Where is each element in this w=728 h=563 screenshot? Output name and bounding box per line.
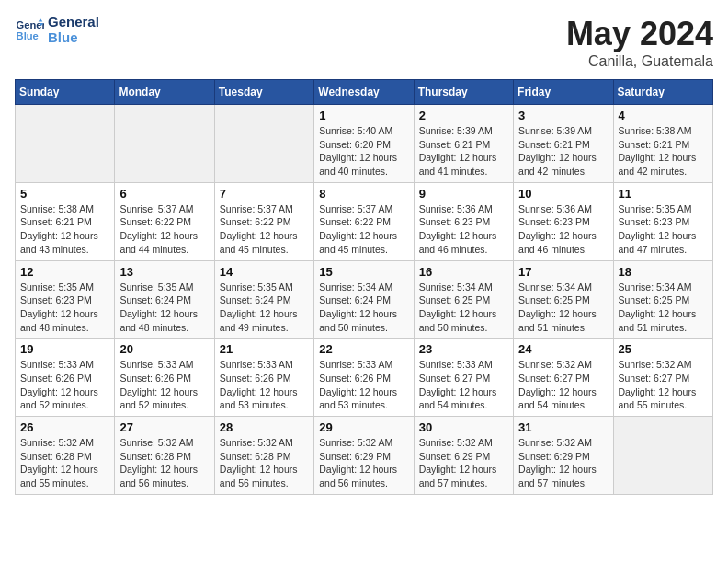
- calendar-cell: 21Sunrise: 5:33 AM Sunset: 6:26 PM Dayli…: [214, 339, 313, 417]
- day-detail: Sunrise: 5:35 AM Sunset: 6:23 PM Dayligh…: [619, 202, 708, 257]
- calendar-cell: 12Sunrise: 5:35 AM Sunset: 6:23 PM Dayli…: [16, 260, 115, 339]
- day-number: 8: [319, 187, 408, 201]
- calendar-header: SundayMondayTuesdayWednesdayThursdayFrid…: [16, 80, 713, 105]
- calendar-week-3: 12Sunrise: 5:35 AM Sunset: 6:23 PM Dayli…: [16, 260, 713, 339]
- day-detail: Sunrise: 5:38 AM Sunset: 6:21 PM Dayligh…: [619, 124, 708, 178]
- day-number: 9: [419, 187, 508, 201]
- day-detail: Sunrise: 5:35 AM Sunset: 6:24 PM Dayligh…: [119, 281, 209, 335]
- day-number: 6: [119, 187, 209, 201]
- header: General Blue General Blue May 2024 Canil…: [15, 15, 713, 70]
- calendar-cell: 16Sunrise: 5:34 AM Sunset: 6:25 PM Dayli…: [414, 260, 513, 339]
- day-detail: Sunrise: 5:36 AM Sunset: 6:23 PM Dayligh…: [518, 202, 608, 257]
- weekday-header-friday: Friday: [514, 80, 613, 105]
- weekday-header-thursday: Thursday: [414, 80, 513, 105]
- calendar-cell: 1Sunrise: 5:40 AM Sunset: 6:20 PM Daylig…: [314, 105, 414, 183]
- day-number: 16: [419, 265, 508, 279]
- day-detail: Sunrise: 5:32 AM Sunset: 6:29 PM Dayligh…: [419, 436, 508, 490]
- day-detail: Sunrise: 5:32 AM Sunset: 6:28 PM Dayligh…: [119, 436, 209, 490]
- calendar-cell: 4Sunrise: 5:38 AM Sunset: 6:21 PM Daylig…: [613, 105, 712, 183]
- day-detail: Sunrise: 5:33 AM Sunset: 6:26 PM Dayligh…: [20, 358, 109, 412]
- calendar-cell: 6Sunrise: 5:37 AM Sunset: 6:22 PM Daylig…: [115, 182, 214, 260]
- calendar-cell: 15Sunrise: 5:34 AM Sunset: 6:24 PM Dayli…: [314, 260, 414, 339]
- calendar-cell: 23Sunrise: 5:33 AM Sunset: 6:27 PM Dayli…: [414, 339, 513, 417]
- calendar-cell: 28Sunrise: 5:32 AM Sunset: 6:28 PM Dayli…: [214, 417, 313, 495]
- day-detail: Sunrise: 5:32 AM Sunset: 6:28 PM Dayligh…: [20, 436, 109, 490]
- calendar-week-2: 5Sunrise: 5:38 AM Sunset: 6:21 PM Daylig…: [16, 182, 713, 260]
- day-detail: Sunrise: 5:33 AM Sunset: 6:27 PM Dayligh…: [419, 358, 508, 412]
- calendar-cell: [613, 417, 712, 495]
- calendar-cell: 9Sunrise: 5:36 AM Sunset: 6:23 PM Daylig…: [414, 182, 513, 260]
- day-detail: Sunrise: 5:39 AM Sunset: 6:21 PM Dayligh…: [518, 124, 608, 178]
- day-number: 13: [119, 265, 209, 279]
- day-detail: Sunrise: 5:36 AM Sunset: 6:23 PM Dayligh…: [419, 202, 508, 257]
- day-detail: Sunrise: 5:39 AM Sunset: 6:21 PM Dayligh…: [419, 124, 508, 178]
- day-number: 23: [419, 342, 508, 356]
- day-number: 30: [419, 420, 508, 434]
- calendar-cell: 10Sunrise: 5:36 AM Sunset: 6:23 PM Dayli…: [514, 182, 613, 260]
- day-number: 21: [220, 342, 309, 356]
- day-detail: Sunrise: 5:34 AM Sunset: 6:25 PM Dayligh…: [619, 281, 708, 335]
- calendar-cell: 18Sunrise: 5:34 AM Sunset: 6:25 PM Dayli…: [613, 260, 712, 339]
- day-number: 24: [518, 342, 608, 356]
- day-detail: Sunrise: 5:32 AM Sunset: 6:29 PM Dayligh…: [518, 436, 608, 490]
- calendar-week-1: 1Sunrise: 5:40 AM Sunset: 6:20 PM Daylig…: [16, 105, 713, 183]
- weekday-header-tuesday: Tuesday: [214, 80, 313, 105]
- calendar-cell: [115, 105, 214, 183]
- day-detail: Sunrise: 5:34 AM Sunset: 6:24 PM Dayligh…: [319, 281, 408, 335]
- calendar-title: May 2024: [566, 15, 713, 53]
- day-number: 2: [419, 109, 508, 122]
- day-detail: Sunrise: 5:40 AM Sunset: 6:20 PM Dayligh…: [319, 124, 408, 178]
- day-number: 12: [20, 265, 109, 279]
- calendar-week-5: 26Sunrise: 5:32 AM Sunset: 6:28 PM Dayli…: [16, 417, 713, 495]
- day-detail: Sunrise: 5:32 AM Sunset: 6:27 PM Dayligh…: [619, 358, 708, 412]
- day-number: 31: [518, 420, 608, 434]
- logo-icon: General Blue: [15, 16, 44, 45]
- calendar-cell: 25Sunrise: 5:32 AM Sunset: 6:27 PM Dayli…: [613, 339, 712, 417]
- svg-text:Blue: Blue: [17, 29, 39, 40]
- day-number: 26: [20, 420, 109, 434]
- calendar-cell: 8Sunrise: 5:37 AM Sunset: 6:22 PM Daylig…: [314, 182, 414, 260]
- calendar-cell: 11Sunrise: 5:35 AM Sunset: 6:23 PM Dayli…: [613, 182, 712, 260]
- day-number: 17: [518, 265, 608, 279]
- calendar-cell: [214, 105, 313, 183]
- weekday-header-row: SundayMondayTuesdayWednesdayThursdayFrid…: [16, 80, 713, 105]
- day-detail: Sunrise: 5:33 AM Sunset: 6:26 PM Dayligh…: [319, 358, 408, 412]
- day-detail: Sunrise: 5:34 AM Sunset: 6:25 PM Dayligh…: [518, 281, 608, 335]
- day-number: 22: [319, 342, 408, 356]
- calendar-cell: 26Sunrise: 5:32 AM Sunset: 6:28 PM Dayli…: [16, 417, 115, 495]
- day-number: 27: [119, 420, 209, 434]
- logo: General Blue General Blue: [15, 15, 99, 45]
- calendar-cell: 31Sunrise: 5:32 AM Sunset: 6:29 PM Dayli…: [514, 417, 613, 495]
- day-detail: Sunrise: 5:35 AM Sunset: 6:24 PM Dayligh…: [220, 281, 309, 335]
- day-detail: Sunrise: 5:37 AM Sunset: 6:22 PM Dayligh…: [319, 202, 408, 257]
- day-detail: Sunrise: 5:34 AM Sunset: 6:25 PM Dayligh…: [419, 281, 508, 335]
- calendar-cell: 27Sunrise: 5:32 AM Sunset: 6:28 PM Dayli…: [115, 417, 214, 495]
- calendar-cell: 7Sunrise: 5:37 AM Sunset: 6:22 PM Daylig…: [214, 182, 313, 260]
- day-detail: Sunrise: 5:32 AM Sunset: 6:28 PM Dayligh…: [220, 436, 309, 490]
- calendar-table: SundayMondayTuesdayWednesdayThursdayFrid…: [15, 79, 713, 495]
- day-number: 20: [119, 342, 209, 356]
- day-detail: Sunrise: 5:35 AM Sunset: 6:23 PM Dayligh…: [20, 281, 109, 335]
- weekday-header-wednesday: Wednesday: [314, 80, 414, 105]
- weekday-header-saturday: Saturday: [613, 80, 712, 105]
- calendar-cell: 29Sunrise: 5:32 AM Sunset: 6:29 PM Dayli…: [314, 417, 414, 495]
- calendar-cell: 30Sunrise: 5:32 AM Sunset: 6:29 PM Dayli…: [414, 417, 513, 495]
- day-number: 14: [220, 265, 309, 279]
- day-number: 28: [220, 420, 309, 434]
- day-number: 3: [518, 109, 608, 122]
- day-number: 18: [619, 265, 708, 279]
- day-detail: Sunrise: 5:33 AM Sunset: 6:26 PM Dayligh…: [119, 358, 209, 412]
- day-number: 7: [220, 187, 309, 201]
- day-number: 4: [619, 109, 708, 122]
- calendar-cell: 19Sunrise: 5:33 AM Sunset: 6:26 PM Dayli…: [16, 339, 115, 417]
- day-number: 19: [20, 342, 109, 356]
- calendar-cell: 20Sunrise: 5:33 AM Sunset: 6:26 PM Dayli…: [115, 339, 214, 417]
- calendar-week-4: 19Sunrise: 5:33 AM Sunset: 6:26 PM Dayli…: [16, 339, 713, 417]
- weekday-header-sunday: Sunday: [16, 80, 115, 105]
- logo-text-blue: Blue: [48, 30, 99, 46]
- title-area: May 2024 Canilla, Guatemala: [566, 15, 713, 70]
- calendar-body: 1Sunrise: 5:40 AM Sunset: 6:20 PM Daylig…: [16, 105, 713, 495]
- day-detail: Sunrise: 5:38 AM Sunset: 6:21 PM Dayligh…: [20, 202, 109, 257]
- calendar-cell: 24Sunrise: 5:32 AM Sunset: 6:27 PM Dayli…: [514, 339, 613, 417]
- weekday-header-monday: Monday: [115, 80, 214, 105]
